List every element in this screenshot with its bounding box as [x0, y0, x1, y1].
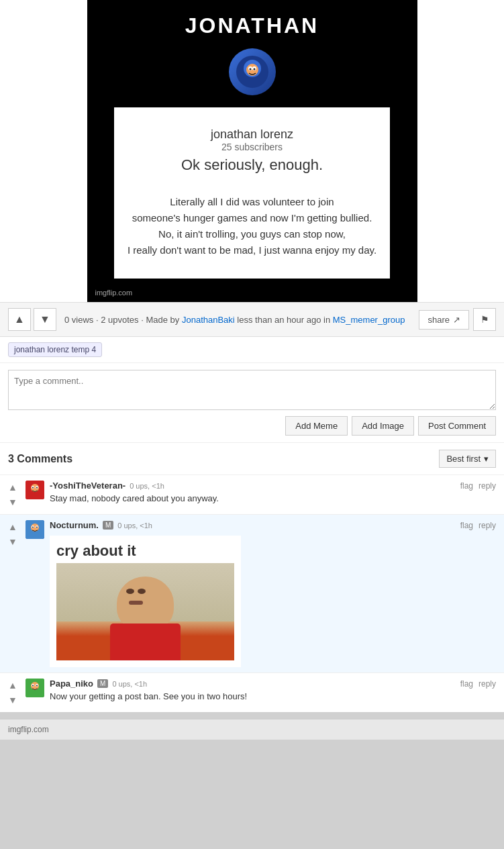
comment-flag-link[interactable]: flag	[460, 679, 473, 689]
post-meta: 0 views · 2 upvotes · Made by JonathanBa…	[64, 315, 419, 325]
comment-downvote-button[interactable]: ▼	[6, 535, 19, 548]
comment-text: Stay mad, nobody cared about you anyway.	[50, 493, 496, 505]
comment-downvote-button[interactable]: ▼	[6, 693, 19, 707]
comment-actions: flag reply	[460, 481, 496, 491]
add-image-button[interactable]: Add Image	[352, 416, 414, 436]
comment-row: ▲ ▼ Nocturnum. M 0 ups, <1h	[5, 520, 496, 667]
vote-buttons: ▲ ▼	[8, 308, 56, 331]
comment-actions: flag reply	[460, 679, 496, 689]
sort-button[interactable]: Best first ▾	[439, 450, 496, 468]
downvote-button[interactable]: ▼	[34, 308, 56, 331]
tag-row: jonathan lorenz temp 4	[0, 337, 504, 362]
comment-username: -YoshiTheVeteran-	[50, 481, 125, 491]
svg-point-6	[253, 68, 255, 70]
comment-reply-link[interactable]: reply	[478, 521, 496, 530]
meme-title: JONATHAN	[185, 13, 319, 38]
comment-upvote-button[interactable]: ▲	[6, 679, 19, 692]
comment-meta: 0 ups, <1h	[117, 521, 152, 530]
meme-big-text: Ok seriously, enough.	[128, 156, 376, 174]
share-label: share	[427, 315, 450, 325]
community-link[interactable]: MS_memer_group	[333, 315, 405, 325]
comment-header-row: Nocturnum. M 0 ups, <1h flag reply	[50, 520, 496, 530]
comments-header: 3 Comments Best first ▾	[0, 442, 504, 475]
sort-icon: ▾	[484, 454, 489, 464]
meme-avatar-row: jonathan lorenz 25 subscribers Ok seriou…	[114, 48, 390, 279]
comment-meta: 0 ups, <1h	[130, 482, 164, 490]
post-comment-button[interactable]: Post Comment	[418, 416, 496, 436]
comment-upvote-button[interactable]: ▲	[6, 520, 19, 534]
comment-upvote-button[interactable]: ▲	[6, 481, 19, 494]
comment-avatar	[26, 520, 44, 539]
cry-meme-title: cry about it	[56, 542, 234, 560]
comment-flag-link[interactable]: flag	[460, 521, 473, 530]
comment-row: ▲ ▼ -YoshiTheVeteran- 0 ups, <1h	[5, 481, 496, 509]
site-name: imgflip.com	[8, 725, 49, 734]
comment-body: -YoshiTheVeteran- 0 ups, <1h flag reply …	[50, 481, 496, 505]
footer-bar: imgflip.com	[0, 719, 504, 740]
share-icon: ↗	[453, 315, 460, 325]
comment-flag-link[interactable]: flag	[460, 481, 473, 491]
svg-point-11	[32, 487, 34, 489]
made-by-label: Made by	[146, 315, 179, 325]
svg-point-24	[36, 685, 38, 687]
svg-point-5	[249, 68, 251, 70]
comment-item: ▲ ▼ -YoshiTheVeteran- 0 ups, <1h	[0, 475, 504, 514]
comment-username: Nocturnum.	[50, 520, 99, 530]
svg-point-18	[36, 527, 38, 528]
comment-meta: 0 ups, <1h	[112, 680, 147, 688]
author-link[interactable]: JonathanBaki	[182, 315, 235, 325]
comment-vote-col: ▲ ▼	[5, 679, 20, 707]
comment-actions: flag reply	[460, 521, 496, 530]
comment-downvote-button[interactable]: ▼	[6, 495, 19, 509]
svg-point-17	[32, 527, 34, 528]
flag-button[interactable]: ⚑	[473, 308, 496, 331]
meme-image: JONATHAN	[87, 0, 417, 302]
comment-vote-col: ▲ ▼	[5, 520, 20, 548]
comment-mod-badge: M	[103, 521, 113, 530]
comment-textarea[interactable]	[8, 370, 496, 410]
comment-reply-link[interactable]: reply	[478, 679, 496, 689]
cry-meme-photo	[56, 563, 234, 660]
comments-count: 3 Comments	[8, 453, 72, 465]
meme-avatar	[229, 48, 276, 95]
comment-username: Papa_niko	[50, 679, 93, 689]
post-tag[interactable]: jonathan lorenz temp 4	[8, 342, 102, 357]
meme-image-container: JONATHAN	[0, 0, 504, 302]
comment-image-block: cry about it	[50, 536, 496, 667]
svg-point-12	[36, 487, 38, 489]
comment-avatar	[26, 679, 44, 697]
comment-body: Papa_niko M 0 ups, <1h flag reply Now yo…	[50, 679, 496, 703]
comment-item: ▲ ▼ Papa_niko M 0 ups, <1h	[0, 672, 504, 712]
post-time: less than an hour ago in	[237, 315, 330, 325]
comment-item: ▲ ▼ Nocturnum. M 0 ups, <1h	[0, 514, 504, 672]
comment-text: Now your getting a post ban. See you in …	[50, 691, 496, 703]
comment-reply-link[interactable]: reply	[478, 481, 496, 491]
comment-input-area: Add Meme Add Image Post Comment	[0, 362, 504, 442]
flag-icon: ⚑	[481, 314, 489, 325]
meme-small-text: Literally all I did was volunteer to joi…	[128, 194, 376, 258]
share-button[interactable]: share ↗	[419, 310, 469, 330]
comment-row: ▲ ▼ Papa_niko M 0 ups, <1h	[5, 679, 496, 707]
upvote-count: 2 upvotes	[101, 315, 138, 325]
comment-vote-col: ▲ ▼	[5, 481, 20, 509]
view-count: 0 views	[64, 315, 93, 325]
meme-watermark: imgflip.com	[95, 289, 133, 297]
comment-header-row: Papa_niko M 0 ups, <1h flag reply	[50, 679, 496, 689]
meme-subscribers: 25 subscribers	[215, 140, 289, 154]
sort-label: Best first	[446, 454, 481, 464]
post-actions-bar: ▲ ▼ 0 views · 2 upvotes · Made by Jonath…	[0, 302, 504, 337]
comment-body: Nocturnum. M 0 ups, <1h flag reply cry a…	[50, 520, 496, 667]
svg-point-23	[32, 685, 34, 687]
upvote-button[interactable]: ▲	[8, 308, 31, 331]
comment-avatar	[26, 481, 44, 499]
meme-white-area: jonathan lorenz 25 subscribers Ok seriou…	[114, 107, 390, 279]
comment-buttons: Add Meme Add Image Post Comment	[8, 416, 496, 436]
comment-mod-badge: M	[97, 679, 108, 688]
comment-header-row: -YoshiTheVeteran- 0 ups, <1h flag reply	[50, 481, 496, 491]
add-meme-button[interactable]: Add Meme	[285, 416, 348, 436]
